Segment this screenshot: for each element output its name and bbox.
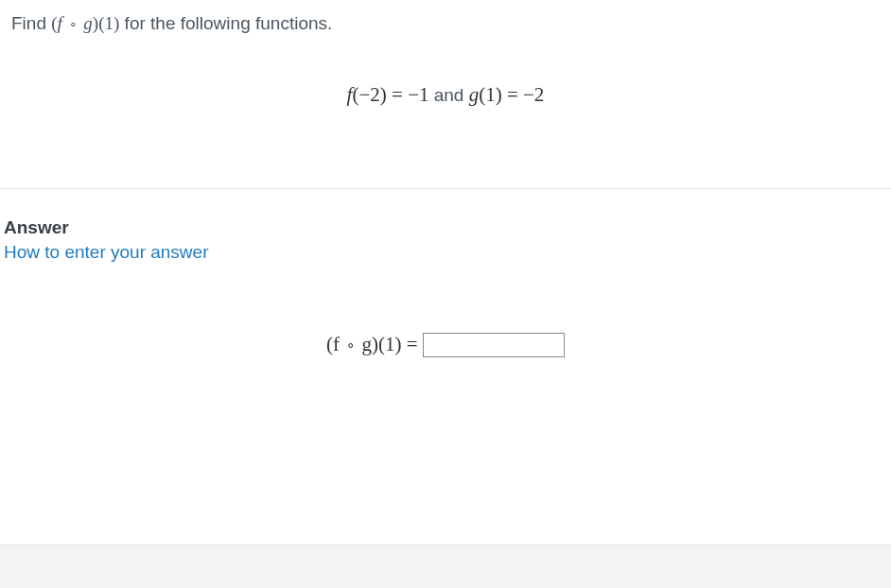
prompt-suffix: for the following functions. xyxy=(119,13,332,33)
answer-label: (f ∘ g)(1) = xyxy=(326,333,423,355)
composition-expr: (f ∘ g)(1) xyxy=(51,13,119,33)
prompt-prefix: Find xyxy=(11,13,51,33)
answer-heading: Answer xyxy=(4,217,887,238)
question-prompt: Find (f ∘ g)(1) for the following functi… xyxy=(11,13,880,34)
answer-section: Answer How to enter your answer (f ∘ g)(… xyxy=(0,189,891,357)
given-functions: f(−2) = −1 and g(1) = −2 xyxy=(11,83,880,107)
answer-help-link[interactable]: How to enter your answer xyxy=(4,242,887,263)
footer-band xyxy=(0,545,891,588)
answer-input[interactable] xyxy=(423,333,565,357)
answer-line: (f ∘ g)(1) = xyxy=(4,333,887,357)
question-section: Find (f ∘ g)(1) for the following functi… xyxy=(0,0,891,189)
